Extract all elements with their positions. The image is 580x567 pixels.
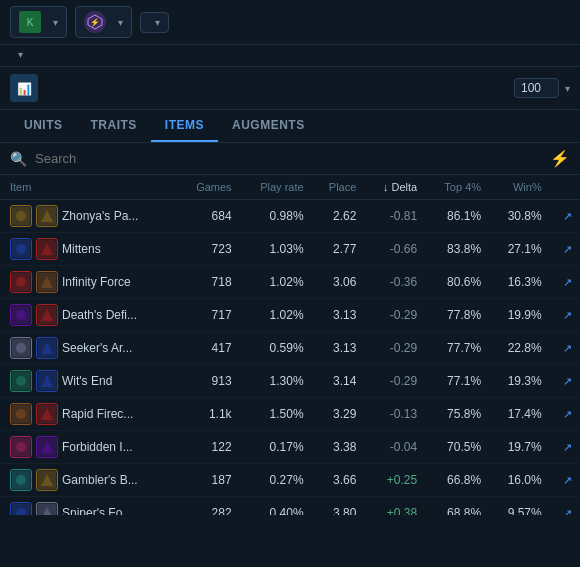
champion-chevron: ▾ bbox=[53, 17, 58, 28]
expand-icon[interactable]: ↗ bbox=[563, 507, 572, 515]
cell-playrate-3: 1.02% bbox=[240, 299, 312, 332]
expand-cell-6[interactable]: ↗ bbox=[550, 398, 580, 431]
cell-place-6: 3.29 bbox=[312, 398, 365, 431]
sample-chevron[interactable]: ▾ bbox=[565, 83, 570, 94]
cell-place-2: 3.06 bbox=[312, 266, 365, 299]
star-row: ▾ bbox=[0, 45, 580, 67]
table-row: Forbidden I...1220.17%3.38-0.0470.5%19.7… bbox=[0, 431, 580, 464]
item-icon-primary bbox=[10, 304, 32, 326]
cell-games-2: 718 bbox=[177, 266, 239, 299]
expand-icon[interactable]: ↗ bbox=[563, 408, 572, 420]
cell-playrate-8: 0.27% bbox=[240, 464, 312, 497]
expand-cell-9[interactable]: ↗ bbox=[550, 497, 580, 516]
filter-selector[interactable]: ▾ bbox=[140, 12, 169, 33]
cell-top4-1: 83.8% bbox=[425, 233, 489, 266]
expand-icon[interactable]: ↗ bbox=[563, 342, 572, 354]
expand-cell-8[interactable]: ↗ bbox=[550, 464, 580, 497]
search-input[interactable] bbox=[35, 151, 542, 166]
expand-cell-3[interactable]: ↗ bbox=[550, 299, 580, 332]
expand-cell-1[interactable]: ↗ bbox=[550, 233, 580, 266]
header-item[interactable]: Item bbox=[0, 175, 177, 200]
expand-cell-0[interactable]: ↗ bbox=[550, 200, 580, 233]
table-row: Zhonya's Pa...6840.98%2.62-0.8186.1%30.8… bbox=[0, 200, 580, 233]
table-row: Death's Defi...7171.02%3.13-0.2977.8%19.… bbox=[0, 299, 580, 332]
cell-win-3: 19.9% bbox=[489, 299, 550, 332]
cell-place-5: 3.14 bbox=[312, 365, 365, 398]
item-icon-primary bbox=[10, 403, 32, 425]
header-expand[interactable] bbox=[550, 175, 580, 200]
item-icon-secondary bbox=[36, 370, 58, 392]
item-icon-primary bbox=[10, 436, 32, 458]
item-cell-2: Infinity Force bbox=[0, 266, 177, 299]
expand-icon[interactable]: ↗ bbox=[563, 375, 572, 387]
cell-place-8: 3.66 bbox=[312, 464, 365, 497]
item-cell-4: Seeker's Ar... bbox=[0, 332, 177, 365]
item-icon-secondary bbox=[36, 271, 58, 293]
svg-point-35 bbox=[16, 442, 26, 452]
star-chevron[interactable]: ▾ bbox=[18, 49, 23, 60]
table-row: Seeker's Ar...4170.59%3.13-0.2977.7%22.8… bbox=[0, 332, 580, 365]
header-delta[interactable]: ↓ Delta bbox=[364, 175, 425, 200]
expand-icon[interactable]: ↗ bbox=[563, 243, 572, 255]
item-name: Wit's End bbox=[62, 374, 112, 388]
item-icon-secondary bbox=[36, 337, 58, 359]
item-icon-secondary bbox=[36, 436, 58, 458]
expand-icon[interactable]: ↗ bbox=[563, 210, 572, 222]
sample-size-input[interactable] bbox=[514, 78, 559, 98]
expand-icon[interactable]: ↗ bbox=[563, 309, 572, 321]
item-icon-secondary bbox=[36, 238, 58, 260]
item-icon-primary bbox=[10, 370, 32, 392]
tab-units[interactable]: UNITS bbox=[10, 110, 77, 142]
expand-icon[interactable]: ↗ bbox=[563, 441, 572, 453]
champion-selector[interactable]: K ▾ bbox=[10, 6, 67, 38]
expand-cell-2[interactable]: ↗ bbox=[550, 266, 580, 299]
item-name: Mittens bbox=[62, 242, 101, 256]
item-cell-5: Wit's End bbox=[0, 365, 177, 398]
cell-delta-8: +0.25 bbox=[364, 464, 425, 497]
svg-point-15 bbox=[16, 277, 26, 287]
filter-funnel-icon[interactable]: ⚡ bbox=[550, 149, 570, 168]
tab-augments[interactable]: AUGMENTS bbox=[218, 110, 319, 142]
table-header: ItemGamesPlay ratePlace↓ DeltaTop 4%Win% bbox=[0, 175, 580, 200]
cell-delta-5: -0.29 bbox=[364, 365, 425, 398]
item-icon-primary bbox=[10, 271, 32, 293]
cell-place-0: 2.62 bbox=[312, 200, 365, 233]
item-name: Seeker's Ar... bbox=[62, 341, 132, 355]
cell-win-2: 16.3% bbox=[489, 266, 550, 299]
cell-win-5: 19.3% bbox=[489, 365, 550, 398]
expand-cell-5[interactable]: ↗ bbox=[550, 365, 580, 398]
item-icon-primary bbox=[10, 238, 32, 260]
cell-playrate-6: 1.50% bbox=[240, 398, 312, 431]
cell-games-5: 913 bbox=[177, 365, 239, 398]
cell-top4-7: 70.5% bbox=[425, 431, 489, 464]
tab-items[interactable]: ITEMS bbox=[151, 110, 218, 142]
header-win[interactable]: Win% bbox=[489, 175, 550, 200]
cell-win-8: 16.0% bbox=[489, 464, 550, 497]
expand-icon[interactable]: ↗ bbox=[563, 474, 572, 486]
cell-playrate-5: 1.30% bbox=[240, 365, 312, 398]
cell-delta-9: +0.38 bbox=[364, 497, 425, 516]
item-cell-0: Zhonya's Pa... bbox=[0, 200, 177, 233]
expand-icon[interactable]: ↗ bbox=[563, 276, 572, 288]
header-top4[interactable]: Top 4% bbox=[425, 175, 489, 200]
item-cell-7: Forbidden I... bbox=[0, 431, 177, 464]
augment-selector[interactable]: ⚡ ▾ bbox=[75, 6, 132, 38]
cell-delta-2: -0.36 bbox=[364, 266, 425, 299]
table-row: Gambler's B...1870.27%3.66+0.2566.8%16.0… bbox=[0, 464, 580, 497]
cell-games-4: 417 bbox=[177, 332, 239, 365]
table-body: Zhonya's Pa...6840.98%2.62-0.8186.1%30.8… bbox=[0, 200, 580, 516]
header-playrate[interactable]: Play rate bbox=[240, 175, 312, 200]
header-place[interactable]: Place bbox=[312, 175, 365, 200]
item-cell-6: Rapid Firec... bbox=[0, 398, 177, 431]
expand-cell-4[interactable]: ↗ bbox=[550, 332, 580, 365]
header-games[interactable]: Games bbox=[177, 175, 239, 200]
cell-win-7: 19.7% bbox=[489, 431, 550, 464]
cell-games-0: 684 bbox=[177, 200, 239, 233]
filter-chevron: ▾ bbox=[155, 17, 160, 28]
item-cell-9: Sniper's Fo... bbox=[0, 497, 177, 516]
svg-text:K: K bbox=[27, 17, 34, 28]
cell-win-0: 30.8% bbox=[489, 200, 550, 233]
tab-traits[interactable]: TRAITS bbox=[77, 110, 151, 142]
cell-win-9: 9.57% bbox=[489, 497, 550, 516]
expand-cell-7[interactable]: ↗ bbox=[550, 431, 580, 464]
